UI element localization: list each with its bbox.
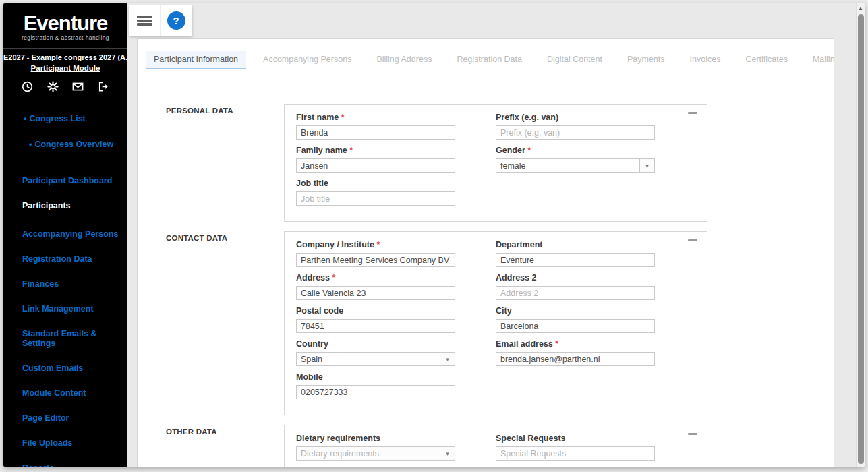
mobile-field: Mobile <box>296 372 455 399</box>
help-button[interactable]: ? <box>160 5 192 36</box>
sidebar-item-custom-emails[interactable]: Custom Emails <box>22 363 127 373</box>
column-left: First name *Family name *Job title <box>296 113 455 212</box>
column-right: DepartmentAddress 2CityEmail address * <box>496 240 655 405</box>
section-columns: Dietary requirementsDietary requirements… <box>296 434 695 467</box>
settings-icon[interactable] <box>47 81 59 92</box>
postal-code-input[interactable] <box>296 319 455 333</box>
address-2-input[interactable] <box>496 286 655 300</box>
dropdown-caret-icon[interactable]: ▾ <box>440 447 455 460</box>
sidebar-item-registration-data[interactable]: Registration Data <box>22 254 127 264</box>
field-label-text: Prefix (e.g. van) <box>496 113 558 122</box>
required-asterisk: * <box>347 146 353 155</box>
dietary-requirements-select[interactable]: Dietary requirements▾ <box>296 446 455 461</box>
gender-select[interactable]: female▾ <box>496 158 655 173</box>
required-asterisk: * <box>374 240 380 249</box>
sidebar-links: Participant DashboardParticipantsAccompa… <box>3 165 127 467</box>
sidebar-item-participants[interactable]: Participants <box>22 201 122 218</box>
department-input[interactable] <box>496 253 655 267</box>
job-title-field: Job title <box>296 179 455 206</box>
field-label: Prefix (e.g. van) <box>496 113 655 123</box>
sidebar-item-reports[interactable]: Reports <box>22 463 127 467</box>
sidebar-item-page-editor[interactable]: Page Editor <box>22 413 127 423</box>
field-label: Country <box>296 339 455 350</box>
tab-bar: Participant InformationAccompanying Pers… <box>138 39 834 69</box>
family-name-field: Family name * <box>296 146 455 173</box>
field-label: Department <box>496 240 655 251</box>
field-label: First name * <box>296 113 455 123</box>
field-label: Email address * <box>496 339 655 350</box>
tab-certificates[interactable]: Certificates <box>737 51 796 69</box>
menu-button[interactable] <box>129 5 160 36</box>
sidebar-item-link-management[interactable]: Link Management <box>22 304 127 314</box>
column-left: Company / Institute *Address *Postal cod… <box>296 240 455 405</box>
app-window: Eventure registration & abstract handlin… <box>3 3 865 467</box>
first-name-input[interactable] <box>296 125 455 140</box>
bullet-icon: • <box>24 114 26 123</box>
sidebar-item-participant-dashboard[interactable]: Participant Dashboard <box>22 176 127 185</box>
address-2-field: Address 2 <box>496 273 655 300</box>
tab-accompanying-persons[interactable]: Accompanying Persons <box>255 51 359 69</box>
section-title: CONTACT DATA <box>166 231 284 415</box>
email-address-input[interactable] <box>496 352 655 366</box>
hamburger-icon <box>137 14 152 27</box>
gender-field: Gender *female▾ <box>496 146 655 173</box>
collapse-icon[interactable] <box>688 239 697 241</box>
section-panel: Company / Institute *Address *Postal cod… <box>284 231 707 415</box>
scrollbar-thumb[interactable] <box>858 14 864 464</box>
tab-participant-information[interactable]: Participant Information <box>146 51 246 69</box>
field-label: Address 2 <box>496 273 655 284</box>
tab-digital-content[interactable]: Digital Content <box>539 51 610 69</box>
history-icon[interactable] <box>22 81 33 92</box>
prefix-e-g-van-input[interactable] <box>496 125 655 140</box>
company-institute-field: Company / Institute * <box>296 240 455 267</box>
family-name-input[interactable] <box>296 158 455 173</box>
sidebar-item-finances[interactable]: Finances <box>22 279 127 289</box>
tab-billing-address[interactable]: Billing Address <box>368 51 440 69</box>
tab-invoices[interactable]: Invoices <box>682 51 729 69</box>
logout-icon[interactable] <box>98 81 109 92</box>
collapse-icon[interactable] <box>688 433 697 435</box>
dropdown-caret-icon[interactable]: ▾ <box>639 159 654 172</box>
field-label: Company / Institute * <box>296 240 455 251</box>
required-asterisk: * <box>553 339 558 349</box>
company-institute-input[interactable] <box>296 253 455 267</box>
tab-mailings[interactable]: Mailings <box>805 51 834 69</box>
department-field: Department <box>496 240 655 267</box>
required-asterisk: * <box>330 273 335 283</box>
field-label-text: Dietary requirements <box>296 434 380 443</box>
city-input[interactable] <box>496 319 655 333</box>
sidebar-item-standard-emails-settings[interactable]: Standard Emails & Settings <box>22 329 127 348</box>
first-name-field: First name * <box>296 113 455 140</box>
section-contact-data: CONTACT DATACompany / Institute *Address… <box>138 231 834 415</box>
section-columns: Company / Institute *Address *Postal cod… <box>296 240 695 405</box>
help-icon: ? <box>167 11 185 30</box>
sidebar-item-module-content[interactable]: Module Content <box>22 388 127 398</box>
scroll-up-icon[interactable]: ▲ <box>857 5 865 11</box>
field-label-text: Special Requests <box>496 434 566 443</box>
field-label-text: City <box>496 306 512 316</box>
field-label: City <box>496 306 655 317</box>
mobile-input[interactable] <box>296 385 455 399</box>
collapse-icon[interactable] <box>688 112 697 114</box>
section-title: PERSONAL DATA <box>166 104 284 222</box>
tab-registration-data[interactable]: Registration Data <box>449 51 530 69</box>
field-label-text: Country <box>296 339 328 349</box>
email-icon[interactable] <box>72 81 84 92</box>
prefix-e-g-van-field: Prefix (e.g. van) <box>496 113 655 140</box>
column-right: Prefix (e.g. van)Gender *female▾ <box>496 113 655 212</box>
country-select[interactable]: Spain▾ <box>296 352 455 366</box>
brand-logo: Eventure registration & abstract handlin… <box>3 3 127 49</box>
dropdown-caret-icon[interactable]: ▾ <box>440 353 455 365</box>
sidebar-item-congress-list[interactable]: •Congress List <box>24 114 127 123</box>
sidebar-item-accompanying-persons[interactable]: Accompanying Persons <box>22 229 127 239</box>
participant-module-link[interactable]: Participant Module <box>3 64 127 72</box>
vertical-scrollbar[interactable]: ▲ <box>856 3 865 467</box>
sidebar-item-congress-overview[interactable]: •Congress Overview <box>24 140 127 149</box>
tab-payments[interactable]: Payments <box>619 51 673 69</box>
sidebar-item-file-uploads[interactable]: File Uploads <box>22 438 127 448</box>
address-input[interactable] <box>296 286 455 300</box>
special-requests-input[interactable] <box>496 446 655 461</box>
job-title-input[interactable] <box>296 191 455 206</box>
field-label: Postal code <box>296 306 455 317</box>
special-requests-field: Special Requests <box>496 434 655 461</box>
